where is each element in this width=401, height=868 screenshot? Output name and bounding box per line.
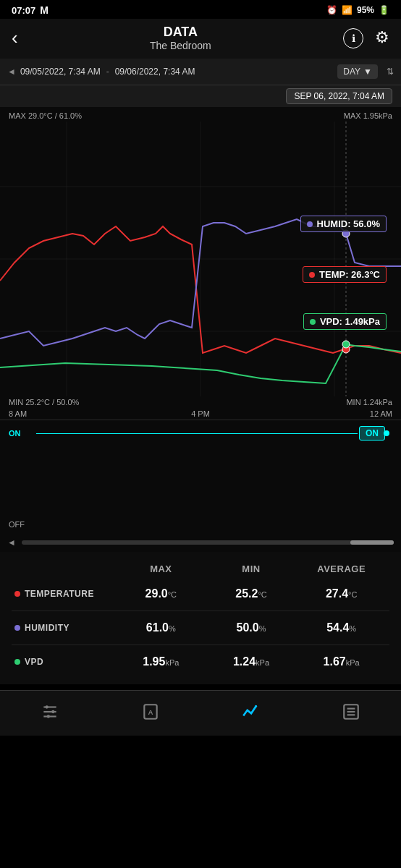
sliders-icon: [41, 702, 59, 721]
temp-label: TEMP: 26.3°C: [303, 266, 387, 283]
svg-text:A: A: [148, 708, 153, 716]
scroll-thumb[interactable]: [350, 540, 394, 545]
svg-point-18: [255, 705, 257, 707]
stats-col-min: MIN: [206, 563, 297, 574]
chart-tooltip: SEP 06, 2022, 7:04 AM: [286, 88, 392, 104]
chart-min-left: MIN 25.2°C / 50.0%: [9, 398, 79, 407]
date-start: 09/05/2022, 7:34 AM: [20, 67, 101, 77]
svg-point-15: [47, 715, 50, 718]
stats-row-temperature: TEMPERATURE 29.0°C 25.2°C 27.4°C: [12, 577, 389, 611]
tooltip-text: SEP 06, 2022, 7:04 AM: [294, 91, 384, 101]
back-button[interactable]: ‹: [12, 27, 18, 49]
info-button[interactable]: ℹ: [343, 28, 363, 48]
date-separator: -: [106, 67, 109, 77]
svg-point-9: [342, 341, 350, 348]
stats-temp-min: 25.2°C: [206, 587, 297, 600]
header-center: DATA The Bedroom: [150, 25, 211, 51]
sort-icon[interactable]: ⇅: [387, 67, 394, 77]
stats-temp-max: 29.0°C: [116, 587, 206, 600]
chart-max-right: MAX 1.95kPa: [344, 111, 392, 120]
time-axis: 8 AM 4 PM 12 AM: [0, 408, 401, 420]
stats-label-humid: HUMIDITY: [14, 623, 116, 633]
stats-vpd-avg: 1.67kPa: [296, 655, 387, 668]
stats-row-vpd: VPD 1.95kPa 1.24kPa 1.67kPa: [12, 645, 389, 678]
nav-item-settings[interactable]: [29, 699, 71, 724]
stats-row-humidity: HUMIDITY 61.0% 50.0% 54.4%: [12, 611, 389, 645]
date-bar: ◄ 09/05/2022, 7:34 AM - 09/06/2022, 7:34…: [0, 59, 401, 85]
on-off-section: ON ON OFF: [0, 420, 401, 533]
on-label-right: ON: [359, 426, 385, 441]
time-label-0: 8 AM: [9, 409, 137, 418]
status-bar: 07:07 M ⏰ 📶 95% 🔋: [0, 0, 401, 19]
chart-container[interactable]: HUMID: 56.0% TEMP: 26.3°C VPD: 1.49kPa: [0, 122, 401, 396]
humid-bullet: [14, 625, 20, 631]
date-back-arrow[interactable]: ◄: [7, 67, 16, 77]
svg-point-13: [46, 705, 48, 708]
stats-header: MAX MIN AVERAGE: [12, 563, 389, 574]
stats-section: MAX MIN AVERAGE TEMPERATURE 29.0°C 25.2°…: [0, 552, 401, 684]
off-bar: OFF: [0, 446, 401, 533]
stats-humid-min: 50.0%: [206, 621, 297, 634]
status-right: ⏰ 📶 95% 🔋: [326, 5, 389, 15]
chart-wrapper: MAX 29.0°C / 61.0% MAX 1.95kPa: [0, 107, 401, 420]
chart-icon: [241, 702, 260, 721]
vpd-bullet: [14, 659, 20, 665]
alarm-icon: ⏰: [326, 5, 337, 15]
svg-point-14: [51, 710, 54, 713]
tooltip-bar: SEP 06, 2022, 7:04 AM: [0, 85, 401, 107]
stats-label-temp: TEMPERATURE: [14, 589, 116, 599]
on-bar: ON ON: [0, 420, 401, 446]
battery-level: 95%: [357, 5, 374, 15]
status-left: 07:07 M: [12, 4, 48, 16]
on-dot: [384, 430, 389, 436]
on-label-left: ON: [9, 429, 21, 438]
nav-item-list[interactable]: [330, 699, 372, 724]
stats-col-avg: AVERAGE: [296, 563, 387, 574]
nav-item-chart[interactable]: [229, 699, 271, 724]
battery-icon: 🔋: [379, 5, 389, 15]
header: ‹ DATA The Bedroom ℹ ⚙: [0, 19, 401, 59]
stats-vpd-min: 1.24kPa: [206, 655, 297, 668]
bottom-nav: A: [0, 690, 401, 736]
time-label-1: 4 PM: [137, 409, 265, 418]
period-selector[interactable]: DAY ▼: [337, 64, 378, 79]
stats-humid-max: 61.0%: [116, 621, 206, 634]
device-icon: A: [141, 702, 160, 721]
page-title: DATA: [150, 25, 211, 40]
chart-max-left: MAX 29.0°C / 61.0%: [9, 111, 82, 120]
stats-temp-avg: 27.4°C: [296, 587, 387, 600]
status-time: 07:07: [12, 5, 35, 16]
nav-item-device[interactable]: A: [130, 699, 172, 724]
scroll-left-arrow[interactable]: ◄: [7, 537, 16, 548]
chart-labels-top: MAX 29.0°C / 61.0% MAX 1.95kPa: [0, 110, 401, 122]
wifi-icon: 📶: [342, 5, 353, 15]
chart-svg: [0, 122, 401, 396]
page-subtitle: The Bedroom: [150, 40, 211, 51]
stats-label-vpd: VPD: [14, 657, 116, 667]
time-label-2: 12 AM: [264, 409, 392, 418]
stats-col-max: MAX: [116, 563, 206, 574]
chart-labels-bottom: MIN 25.2°C / 50.0% MIN 1.24kPa: [0, 396, 401, 408]
vpd-label: VPD: 1.49kPa: [303, 313, 387, 330]
period-label: DAY: [343, 67, 360, 77]
on-line: [36, 433, 358, 434]
chart-min-right: MIN 1.24kPa: [346, 398, 392, 407]
off-label: OFF: [9, 520, 25, 533]
chevron-down-icon: ▼: [363, 67, 372, 77]
humid-label: HUMID: 56.0%: [300, 216, 387, 232]
list-icon: [342, 702, 360, 721]
settings-button[interactable]: ⚙: [375, 28, 389, 48]
date-end: 09/06/2022, 7:34 AM: [115, 67, 195, 77]
temp-bullet: [14, 591, 20, 597]
scrollbar-area[interactable]: ◄: [0, 533, 401, 552]
status-email-icon: M: [40, 4, 48, 16]
scroll-track[interactable]: [22, 540, 394, 545]
stats-vpd-max: 1.95kPa: [116, 655, 206, 668]
header-actions: ℹ ⚙: [343, 28, 389, 48]
stats-humid-avg: 54.4%: [296, 621, 387, 634]
